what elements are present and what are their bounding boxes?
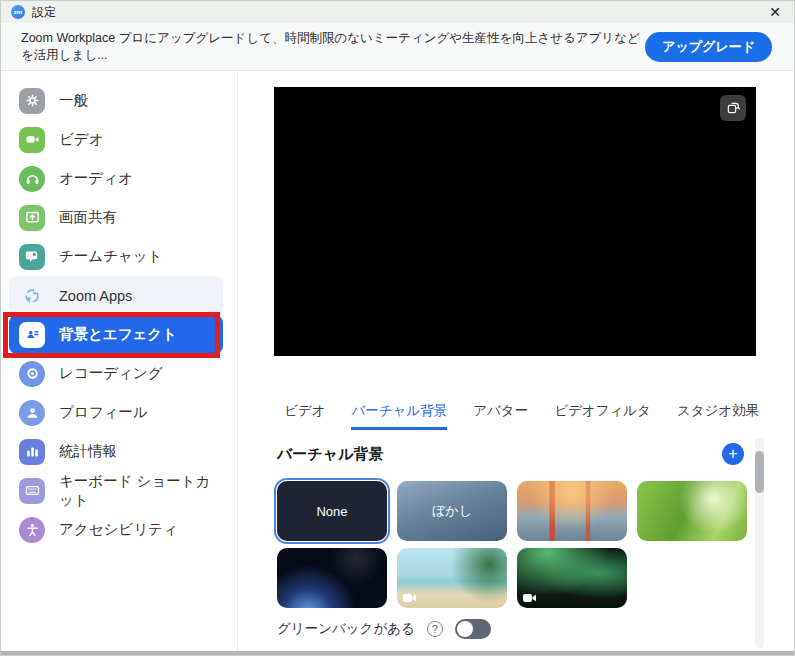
green-screen-row: グリーンバックがある ? <box>277 619 491 639</box>
background-tile-grid: None ぼかし <box>277 481 747 608</box>
title-bar: zm 設定 ✕ <box>1 1 795 23</box>
record-icon <box>19 361 45 387</box>
sidebar-item-zoom-apps[interactable]: Zoom Apps <box>9 276 223 315</box>
sidebar-item-label: 背景とエフェクト <box>59 325 177 344</box>
sidebar-item-label: Zoom Apps <box>59 288 132 304</box>
sidebar-item-label: ビデオ <box>59 130 104 149</box>
zoom-logo-icon: zm <box>11 5 25 19</box>
sidebar-item-team-chat[interactable]: チームチャット <box>9 237 223 276</box>
background-tile-earth[interactable] <box>277 548 387 608</box>
sidebar-item-label: 画面共有 <box>59 208 117 227</box>
sidebar-item-screen-share[interactable]: 画面共有 <box>9 198 223 237</box>
upgrade-banner-text: Zoom Workplace プロにアップグレードして、時間制限のないミーティン… <box>21 30 645 64</box>
sidebar-item-label: オーディオ <box>59 169 133 188</box>
background-tile-aurora[interactable] <box>517 548 627 608</box>
sidebar-item-label: キーボード ショートカット <box>59 472 223 510</box>
headphones-icon <box>19 166 45 192</box>
background-tile-beach[interactable] <box>397 548 507 608</box>
tile-label: None <box>316 504 347 519</box>
video-icon <box>19 127 45 153</box>
sidebar-item-background-effects[interactable]: 背景とエフェクト <box>9 315 223 354</box>
background-tabs: ビデオ バーチャル背景 アバター ビデオフィルタ スタジオ効果 <box>284 402 759 430</box>
sidebar-item-label: チームチャット <box>59 247 163 266</box>
sidebar-item-general[interactable]: 一般 <box>9 81 223 120</box>
sidebar-item-video[interactable]: ビデオ <box>9 120 223 159</box>
rotate-camera-icon[interactable] <box>720 95 746 121</box>
help-icon[interactable]: ? <box>427 621 443 637</box>
tile-label: ぼかし <box>432 502 472 520</box>
sidebar-item-label: プロフィール <box>59 403 148 422</box>
gear-icon <box>19 88 45 114</box>
apps-icon <box>19 283 45 309</box>
sidebar-item-label: アクセシビリティ <box>59 520 178 539</box>
sidebar-item-label: 統計情報 <box>59 442 117 461</box>
virtual-background-title: バーチャル背景 <box>277 445 383 464</box>
settings-sidebar: 一般 ビデオ オーディオ 画面共有 チームチャット Zoom Apps <box>1 71 238 651</box>
close-icon[interactable]: ✕ <box>764 1 786 23</box>
profile-icon <box>19 400 45 426</box>
keyboard-icon <box>19 478 45 504</box>
sidebar-item-audio[interactable]: オーディオ <box>9 159 223 198</box>
tab-video-filter[interactable]: ビデオフィルタ <box>554 402 651 430</box>
sidebar-item-profile[interactable]: プロフィール <box>9 393 223 432</box>
sidebar-item-keyboard-shortcuts[interactable]: キーボード ショートカット <box>9 471 223 510</box>
window-title: 設定 <box>32 4 56 21</box>
toggle-knob <box>457 621 473 637</box>
green-screen-label: グリーンバックがある <box>277 620 415 638</box>
accessibility-icon <box>19 517 45 543</box>
sidebar-item-statistics[interactable]: 統計情報 <box>9 432 223 471</box>
tab-video[interactable]: ビデオ <box>284 402 325 430</box>
scrollbar-thumb[interactable] <box>755 451 764 493</box>
background-tile-blur[interactable]: ぼかし <box>397 481 507 541</box>
background-tile-grass[interactable] <box>637 481 747 541</box>
tab-studio-effects[interactable]: スタジオ効果 <box>677 402 759 430</box>
stats-icon <box>19 439 45 465</box>
background-effects-icon <box>19 322 45 348</box>
upgrade-button[interactable]: アップグレード <box>645 32 772 62</box>
settings-main-panel: ビデオ バーチャル背景 アバター ビデオフィルタ スタジオ効果 バーチャル背景 … <box>239 71 795 651</box>
green-screen-toggle[interactable] <box>455 619 491 639</box>
sidebar-item-recording[interactable]: レコーディング <box>9 354 223 393</box>
window-bottom-edge <box>1 651 795 656</box>
scrollbar-track[interactable] <box>755 438 764 648</box>
video-camera-icon <box>523 593 537 603</box>
video-camera-icon <box>403 593 417 603</box>
chat-icon <box>19 244 45 270</box>
tab-avatar[interactable]: アバター <box>473 402 528 430</box>
sidebar-item-label: レコーディング <box>59 364 163 383</box>
screen-share-icon <box>19 205 45 231</box>
background-tile-none[interactable]: None <box>277 481 387 541</box>
add-background-button[interactable]: + <box>722 443 744 465</box>
tab-virtual-background[interactable]: バーチャル背景 <box>351 402 447 430</box>
upgrade-banner: Zoom Workplace プロにアップグレードして、時間制限のないミーティン… <box>1 23 795 71</box>
background-tile-golden-gate-bridge[interactable] <box>517 481 627 541</box>
sidebar-item-accessibility[interactable]: アクセシビリティ <box>9 510 223 549</box>
camera-preview <box>274 87 756 356</box>
sidebar-item-label: 一般 <box>59 91 88 110</box>
